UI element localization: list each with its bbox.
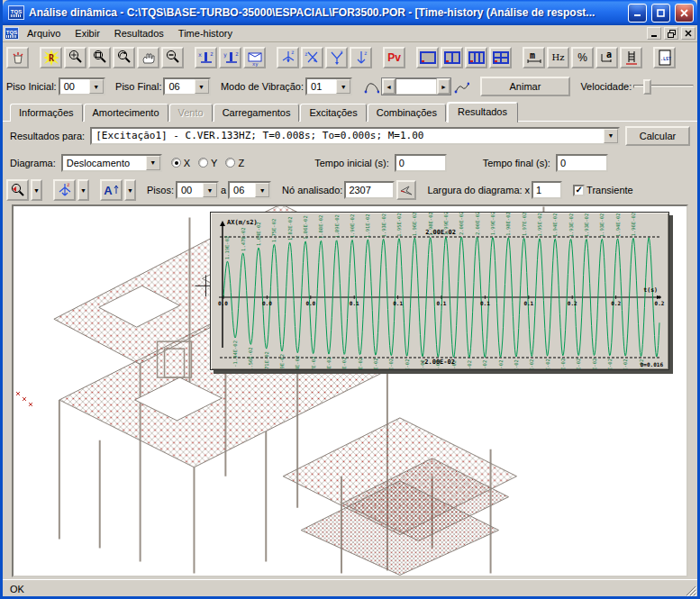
chevron-down-icon: ▼ <box>80 187 86 194</box>
mdi-minimize-button[interactable] <box>647 27 661 40</box>
mdi-document-icon[interactable]: TQS <box>5 27 19 40</box>
story-ladder-button[interactable] <box>620 47 642 68</box>
layout-two-button[interactable] <box>441 47 463 68</box>
layout-three-icon <box>468 50 486 65</box>
tempo-inicial-input[interactable] <box>395 154 447 172</box>
tab-carregamentos[interactable]: Carregamentos <box>214 104 300 122</box>
zoom-previous-icon <box>91 49 108 66</box>
plan-xy-button[interactable]: xy <box>243 47 266 68</box>
minimize-button[interactable] <box>628 4 647 23</box>
maximize-button[interactable] <box>651 4 670 23</box>
close-button[interactable] <box>675 4 694 23</box>
tempo-final-input[interactable] <box>556 154 608 172</box>
ladder-icon <box>623 49 641 67</box>
radio-z[interactable] <box>225 158 235 168</box>
elevation-yz-button[interactable]: yz <box>219 47 241 68</box>
zoom-dynamic-icon <box>115 49 132 66</box>
unit-accel-button[interactable]: a <box>595 47 618 68</box>
title-bar[interactable]: TQS Análise dinâmica - C:\TQS\BASE-TURBO… <box>3 0 697 25</box>
menu-resultados[interactable]: Resultados <box>108 26 170 41</box>
svg-text:xy: xy <box>252 61 259 67</box>
elevation-xz-button[interactable]: xz <box>195 47 217 68</box>
transiente-label: Transiente <box>586 185 633 195</box>
pan-button[interactable] <box>137 47 159 68</box>
model-canvas[interactable]: 1.19E-02-1.34E-021.47E-02-1.56E-021.64E-… <box>12 204 688 577</box>
zoom-previous-button[interactable] <box>88 47 111 68</box>
zoom-dynamic-button[interactable] <box>113 47 135 68</box>
regenerate-button[interactable]: R <box>40 47 62 68</box>
percent-button[interactable]: % <box>571 47 594 68</box>
largura-input[interactable] <box>532 181 562 199</box>
piso-final-combo[interactable]: 06▼ <box>163 77 210 95</box>
pv-button[interactable]: Pv <box>383 47 405 68</box>
zoom-tool-button[interactable] <box>6 179 29 201</box>
tab-excitacoes[interactable]: Excitações <box>300 104 366 122</box>
scroll-left-button[interactable]: ◄ <box>382 78 395 95</box>
pisos-ate-combo[interactable]: 06▼ <box>228 181 271 199</box>
menu-time-history[interactable]: Time-history <box>172 26 239 41</box>
font-a-icon: A <box>104 184 112 197</box>
view-toolbar: ▼ z ▼ A ▼ Pisos: 00▼ a 06▼ Nó analisado:… <box>3 176 697 204</box>
tab-combinacoes[interactable]: Combinações <box>368 104 446 122</box>
render-button[interactable] <box>6 47 29 68</box>
zoom-tool-dropdown[interactable]: ▼ <box>31 179 42 201</box>
pisos-de-combo[interactable]: 00▼ <box>176 181 219 199</box>
zoom-window-button[interactable] <box>64 47 86 68</box>
svg-text:1.88E-02: 1.88E-02 <box>318 215 323 240</box>
disp-z-button[interactable]: z <box>350 47 372 68</box>
pan-hand-icon <box>140 49 157 66</box>
transiente-checkbox[interactable]: ✓ <box>573 185 585 196</box>
lst-file-icon: .LST <box>656 49 674 67</box>
font-tool-button[interactable]: A <box>100 179 123 201</box>
menu-arquivo[interactable]: Arquivo <box>21 26 67 41</box>
svg-text:1.94E-02: 1.94E-02 <box>615 213 621 237</box>
disp-xz-diag-button[interactable]: z <box>325 47 348 68</box>
radio-y[interactable] <box>198 158 208 168</box>
tab-informacoes[interactable]: Informações <box>10 104 83 122</box>
mdi-restore-button[interactable] <box>664 27 678 40</box>
zoom-select-icon <box>9 182 26 199</box>
tab-amortecimento[interactable]: Amortecimento <box>84 104 168 122</box>
excitacao-value: [Excitação1] - C.VER.133HZ; T=0.008s; To… <box>92 130 604 141</box>
resultados-para-label: Resultados para: <box>10 131 85 141</box>
resize-grip[interactable] <box>685 585 696 596</box>
chevron-down-icon: ▼ <box>89 79 104 94</box>
menu-exibir[interactable]: Exibir <box>68 26 106 41</box>
plan-xy-icon: xy <box>246 49 264 67</box>
piso-inicial-combo[interactable]: 00▼ <box>59 77 105 95</box>
layout-four-button[interactable] <box>489 47 512 68</box>
frame-scrollbar[interactable]: ◄ ► <box>381 77 451 95</box>
scroll-right-button[interactable]: ► <box>437 78 450 95</box>
animation-toolbar: Piso Inicial: 00▼ Piso Final: 06▼ Modo d… <box>3 72 697 101</box>
unit-meter-button[interactable]: m <box>523 47 545 68</box>
no-analisado-input[interactable] <box>344 181 395 199</box>
mdi-close-button[interactable] <box>681 27 695 40</box>
font-tool-dropdown[interactable]: ▼ <box>124 179 136 201</box>
axes-tool-button[interactable]: z <box>53 179 76 201</box>
pick-node-button[interactable] <box>396 180 416 200</box>
zoom-out-button[interactable] <box>161 47 184 68</box>
unit-hz-button[interactable]: Hz <box>547 47 569 68</box>
disp-zx-button[interactable]: z <box>301 47 323 68</box>
tab-resultados[interactable]: Resultados <box>447 102 518 123</box>
diagrama-combo[interactable]: Deslocamento▼ <box>61 154 162 172</box>
layout-single-button[interactable] <box>416 47 439 68</box>
regenerate-r-icon: R <box>42 49 60 67</box>
svg-text:2.00E-02: 2.00E-02 <box>475 213 480 235</box>
results-row: Resultados para: [Excitação1] - C.VER.13… <box>3 122 697 150</box>
calcular-button[interactable]: Calcular <box>625 126 690 146</box>
axes-tool-dropdown[interactable]: ▼ <box>77 179 89 201</box>
slider-thumb[interactable] <box>643 79 651 95</box>
velocidade-slider[interactable] <box>633 85 694 88</box>
animar-button[interactable]: Animar <box>480 77 570 96</box>
lst-report-button[interactable]: .LST <box>653 47 676 68</box>
time-history-chart-window[interactable]: 1.19E-02-1.34E-021.47E-02-1.56E-021.64E-… <box>210 212 669 370</box>
chevron-down-icon: ▼ <box>336 79 350 94</box>
disp-xyz-button[interactable]: z <box>277 47 299 68</box>
excitacao-combo[interactable]: [Excitação1] - C.VER.133HZ; T=0.008s; To… <box>90 127 620 145</box>
modo-vibracao-combo[interactable]: 01▼ <box>305 77 352 95</box>
radio-x[interactable] <box>171 158 181 168</box>
layout-three-button[interactable] <box>465 47 487 68</box>
svg-text:2.00E-02: 2.00E-02 <box>459 213 464 235</box>
svg-text:1.94E-02: 1.94E-02 <box>552 213 558 238</box>
